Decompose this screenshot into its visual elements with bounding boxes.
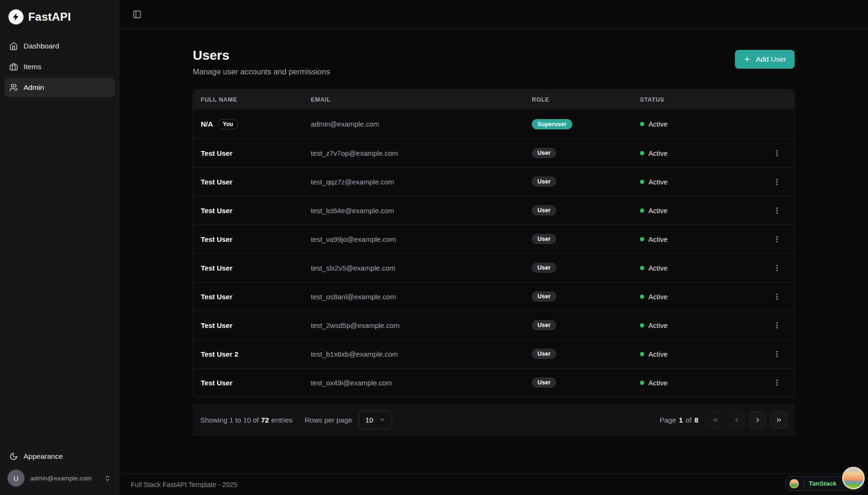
sidebar-item-items[interactable]: Items [5,57,115,76]
user-email: test_va99jo@example.com [311,235,396,243]
table-row: Test User test_ox49i@example.com User Ac… [193,368,794,397]
status-text: Active [648,149,668,157]
status-dot-icon [640,323,644,327]
tanstack-devtools-badge[interactable]: TanStack [785,476,863,491]
row-actions-menu-button[interactable] [771,377,783,389]
user-full-name: N/A [201,120,213,128]
status-dot-icon [640,122,644,126]
role-badge: User [532,176,556,187]
status-dot-icon [640,381,644,385]
role-badge: User [532,320,556,330]
sidebar-item-admin[interactable]: Admin [5,78,115,97]
tanstack-label: TanStack [809,480,836,487]
plus-icon [743,56,751,63]
appearance-label: Appearance [24,452,63,461]
user-full-name: Test User [201,321,232,329]
next-page-button[interactable] [749,411,766,428]
table-body: N/A You admin@example.com Superuser Acti… [193,110,794,397]
table-row: Test User test_qqz7z@example.com User Ac… [193,167,794,196]
status-text: Active [648,207,668,215]
showing-entries-text: Showing 1 to 10 of 72 entries [200,416,292,424]
row-actions-menu-button[interactable] [771,205,783,216]
last-page-button[interactable] [770,411,787,428]
status-text: Active [648,350,668,358]
status-text: Active [648,120,668,128]
table-header: Full Name Email Role Status [193,90,794,110]
row-actions-menu-button[interactable] [771,262,783,274]
user-full-name: Test User 2 [201,350,238,358]
user-full-name: Test User [201,149,232,157]
table-row: Test User test_z7v7op@example.com User A… [193,138,794,167]
row-actions-menu-button[interactable] [771,319,783,331]
user-email: test_qqz7z@example.com [311,178,394,186]
user-email: test_b1x6xb@example.com [311,350,398,358]
fastapi-logo-icon [8,9,24,24]
table-row: Test User 2 test_b1x6xb@example.com User… [193,339,794,368]
user-full-name: Test User [201,379,232,387]
page-indicator: Page 1 of 8 [660,416,698,424]
page-title: Users [193,48,330,63]
avatar: U [8,470,24,487]
status-dot-icon [640,237,644,241]
status-text: Active [648,235,668,243]
home-icon [9,42,18,50]
pagination-bar: Showing 1 to 10 of 72 entries Rows per p… [193,404,795,435]
status-dot-icon [640,352,644,356]
rows-per-page-select[interactable]: 10 [359,410,392,429]
status-text: Active [648,178,668,186]
page-subtitle: Manage user accounts and permissions [193,67,330,76]
table-row: Test User test_va99jo@example.com User A… [193,224,794,253]
column-header-status: Status [632,96,750,103]
previous-page-button[interactable] [728,411,745,428]
status-text: Active [648,293,668,301]
main-area: Users Manage user accounts and permissio… [119,0,868,495]
user-menu[interactable]: U admin@example.com [5,466,115,488]
sidebar-item-label: Dashboard [24,42,59,50]
status-dot-icon [640,266,644,270]
row-actions-menu-button[interactable] [771,147,783,159]
sidebar-item-label: Admin [24,83,44,92]
add-user-button[interactable]: Add User [735,50,795,69]
sidebar-toggle-button[interactable] [131,8,143,21]
moon-icon [9,452,18,461]
user-email: admin@example.com [311,120,379,128]
role-badge: User [532,263,556,273]
table-row: Test User test_os8anl@example.com User A… [193,282,794,311]
status-text: Active [648,321,668,329]
brand: FastAPI [5,7,115,29]
role-badge: User [532,148,556,158]
row-actions-menu-button[interactable] [771,291,783,303]
column-header-role: Role [524,96,632,103]
status-dot-icon [640,208,644,213]
table-row: Test User test_2wsd5p@example.com User A… [193,311,794,339]
status-dot-icon [640,180,644,184]
table-row: N/A You admin@example.com Superuser Acti… [193,110,794,138]
table-row: Test User test_lct64e@example.com User A… [193,196,794,224]
brand-name: FastAPI [28,10,71,24]
status-text: Active [648,264,668,272]
row-actions-menu-button[interactable] [771,176,783,188]
row-actions-menu-button[interactable] [771,233,783,245]
status-text: Active [648,379,668,387]
sidebar-item-dashboard[interactable]: Dashboard [5,37,115,56]
user-full-name: Test User [201,207,232,215]
rows-per-page-label: Rows per page [305,416,352,424]
divider [804,480,804,487]
role-badge: User [532,377,556,388]
users-table: Full Name Email Role Status N/A You admi… [193,89,795,397]
user-email: test_lct64e@example.com [311,207,394,215]
role-badge: Superuser [532,119,572,129]
table-row: Test User test_slx2v5@example.com User A… [193,253,794,282]
topbar [119,0,868,29]
chevrons-up-down-icon [104,475,111,482]
user-email: test_slx2v5@example.com [311,264,395,272]
user-email: admin@example.com [30,475,98,482]
appearance-toggle[interactable]: Appearance [5,447,115,466]
first-page-button[interactable] [707,411,724,428]
row-actions-menu-button[interactable] [771,348,783,360]
footer-text: Full Stack FastAPI Template - 2025 [131,481,237,488]
role-badge: User [532,205,556,216]
role-badge: User [532,234,556,244]
status-dot-icon [640,151,644,155]
user-full-name: Test User [201,264,232,272]
